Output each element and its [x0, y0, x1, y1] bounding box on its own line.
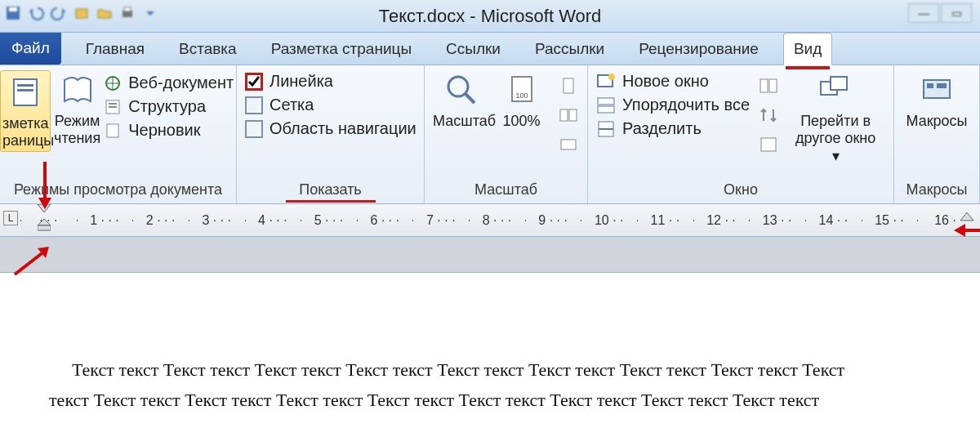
new-window-icon	[596, 73, 616, 91]
switch-windows-label2: другое окно ▾	[791, 130, 880, 165]
svg-rect-1	[9, 7, 17, 11]
reading-layout-label2: чтения	[54, 130, 100, 147]
redo-icon[interactable]	[51, 5, 67, 21]
annotation-arrow-left	[954, 221, 980, 240]
svg-rect-11	[109, 106, 117, 108]
group-window: Новое окно Упорядочить все Разделить Пер…	[588, 65, 894, 203]
group-show: Линейка Сетка Область навигации Показать	[237, 65, 425, 203]
qat-dropdown-icon[interactable]	[142, 5, 158, 21]
quick-access-toolbar	[5, 5, 158, 21]
page-width-icon[interactable]	[558, 134, 579, 155]
zoom-label: Масштаб	[433, 113, 490, 130]
svg-text:100: 100	[515, 91, 528, 100]
tab-file[interactable]: Файл	[0, 32, 61, 65]
tab-page-layout[interactable]: Разметка страницы	[261, 33, 421, 65]
open-icon[interactable]	[74, 5, 90, 21]
ribbon-tabs: Файл Главная Вставка Разметка страницы С…	[0, 33, 980, 65]
document-line-1: Текст текст Текст текст Текст текст Текс…	[49, 355, 931, 385]
gridlines-label: Сетка	[270, 96, 314, 114]
maximize-button[interactable]: ▭	[941, 3, 972, 23]
minimize-button[interactable]: —	[908, 3, 939, 23]
tab-review[interactable]: Рецензирование	[629, 33, 768, 65]
group-label-window: Окно	[596, 180, 885, 202]
undo-icon[interactable]	[28, 5, 44, 21]
print-layout-icon	[6, 73, 45, 112]
new-window-button[interactable]: Новое окно	[596, 72, 750, 91]
view-side-icon[interactable]	[758, 75, 779, 96]
window-title: Текст.docx - Microsoft Word	[379, 6, 602, 27]
draft-button[interactable]: Черновик	[104, 121, 234, 140]
two-pages-icon[interactable]	[558, 105, 579, 126]
reading-layout-label1: Режим	[54, 113, 100, 130]
nav-pane-checkbox[interactable]: Область навигации	[245, 119, 416, 138]
gridlines-checkbox[interactable]: Сетка	[245, 96, 416, 114]
svg-rect-6	[17, 84, 33, 87]
macros-button[interactable]: Макросы	[902, 70, 971, 130]
print-layout-button[interactable]: зметка раницы	[0, 70, 51, 152]
tab-insert[interactable]: Вставка	[169, 33, 247, 65]
outline-button[interactable]: Структура	[104, 97, 234, 116]
draft-icon	[104, 122, 122, 140]
svg-rect-18	[560, 109, 568, 121]
svg-rect-7	[17, 89, 33, 91]
web-layout-label: Веб-документ	[128, 74, 234, 92]
arrange-all-button[interactable]: Упорядочить все	[596, 96, 750, 114]
draft-label: Черновик	[128, 121, 200, 140]
zoom-page-buttons	[558, 70, 579, 155]
switch-windows-button[interactable]: Перейти в другое окно ▾	[791, 70, 880, 165]
annotation-arrow-diagonal	[11, 245, 52, 278]
zoom-100-button[interactable]: 100 100%	[493, 70, 550, 130]
print-layout-label1: зметка	[2, 115, 48, 132]
svg-rect-10	[109, 103, 117, 105]
reading-layout-icon	[58, 70, 97, 109]
svg-rect-17	[564, 78, 573, 93]
save-icon[interactable]	[5, 5, 21, 21]
window-controls: — ▭	[908, 3, 972, 23]
tab-mailings[interactable]: Рассылки	[525, 33, 614, 65]
reading-layout-button[interactable]: Режим чтения	[54, 70, 100, 147]
svg-rect-19	[569, 109, 577, 121]
nav-pane-label: Область навигации	[270, 119, 416, 138]
arrange-all-label: Упорядочить все	[622, 96, 750, 114]
ruler-checkbox[interactable]: Линейка	[245, 72, 416, 91]
svg-rect-28	[769, 79, 777, 92]
split-button[interactable]: Разделить	[596, 119, 750, 138]
group-label-zoom: Масштаб	[433, 180, 579, 202]
print-icon[interactable]	[119, 5, 136, 21]
nav-pane-check-icon	[245, 120, 263, 138]
outline-label: Структура	[128, 97, 206, 116]
document-line-2: текст Текст текст Текст текст Текст текс…	[49, 385, 931, 415]
one-page-icon[interactable]	[558, 75, 579, 96]
svg-rect-23	[598, 98, 614, 105]
svg-point-13	[448, 77, 468, 96]
reset-window-icon[interactable]	[758, 134, 779, 155]
tab-view[interactable]: Вид	[783, 33, 832, 65]
document-body[interactable]: Текст текст Текст текст Текст текст Текс…	[0, 273, 980, 416]
horizontal-ruler[interactable]: L · · · 1 · · · 2 · · · 3 · · · 4 · · · …	[0, 204, 980, 237]
macros-label: Макросы	[902, 113, 971, 130]
zoom-button[interactable]: Масштаб	[433, 70, 490, 130]
tab-references[interactable]: Ссылки	[436, 33, 510, 65]
ruler-check-icon	[245, 73, 263, 91]
web-layout-icon	[104, 74, 122, 92]
new-window-label: Новое окно	[622, 72, 709, 91]
svg-rect-34	[937, 83, 947, 88]
tab-stop-selector[interactable]: L	[3, 211, 18, 225]
gridlines-check-icon	[245, 96, 263, 114]
tab-home[interactable]: Главная	[76, 33, 154, 65]
svg-rect-33	[927, 83, 933, 88]
zoom-100-label: 100%	[493, 113, 550, 130]
arrange-all-icon	[596, 96, 616, 114]
folder-icon[interactable]	[96, 5, 113, 21]
ribbon: зметка раницы Режим чтения Веб-документ …	[0, 65, 980, 204]
svg-point-22	[608, 74, 615, 80]
svg-rect-2	[76, 9, 87, 18]
ruler-area: L · · · 1 · · · 2 · · · 3 · · · 4 · · · …	[0, 204, 980, 273]
annotation-arrow-down	[35, 162, 55, 211]
sync-scroll-icon[interactable]	[758, 105, 779, 126]
web-layout-button[interactable]: Веб-документ	[104, 74, 234, 92]
outline-icon	[104, 98, 122, 116]
ruler-scale: · · · 1 · · · 2 · · · 3 · · · 4 · · · 5 …	[20, 204, 973, 236]
svg-rect-29	[761, 138, 776, 151]
svg-rect-32	[924, 80, 950, 98]
